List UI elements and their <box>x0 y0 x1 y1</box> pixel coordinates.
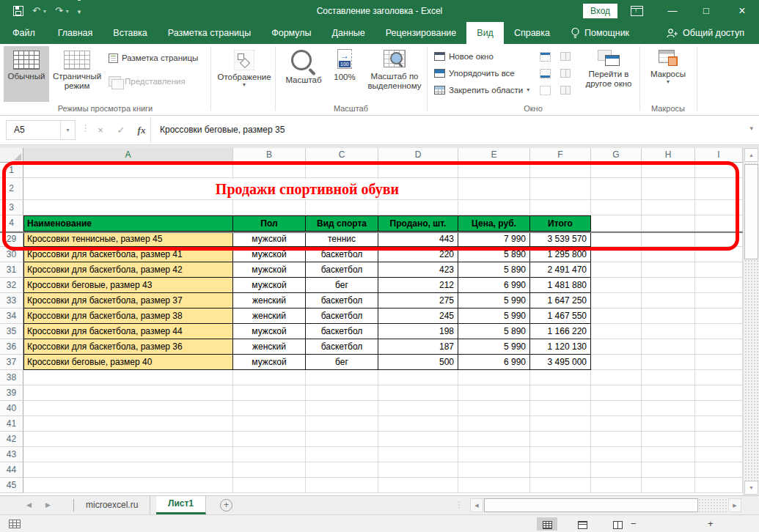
cell-I40[interactable] <box>695 401 743 416</box>
row-header-41[interactable]: 41 <box>0 416 23 432</box>
column-header-A[interactable]: A <box>23 148 233 163</box>
ribbon-display-options-icon[interactable] <box>631 6 643 16</box>
cell-H33[interactable] <box>642 293 695 309</box>
row-header-33[interactable]: 33 <box>0 293 23 309</box>
cell-D42[interactable] <box>378 432 458 447</box>
zoom-to-selection-button[interactable]: Масштаб по выделенному <box>363 46 426 102</box>
cell-D30[interactable]: 220 <box>378 247 458 262</box>
cell-F42[interactable] <box>530 432 591 447</box>
macro-record-icon[interactable] <box>9 520 21 528</box>
cell-I31[interactable] <box>695 262 743 278</box>
cell-F29[interactable]: 3 539 570 <box>530 232 591 247</box>
zoom-100-button[interactable]: 100 100% <box>328 46 362 102</box>
cell-F45[interactable] <box>530 478 591 493</box>
cell-H2[interactable] <box>642 178 695 200</box>
cell-H32[interactable] <box>642 278 695 293</box>
cell-B44[interactable] <box>233 462 306 478</box>
cell-F43[interactable] <box>530 447 591 462</box>
macros-button[interactable]: Макросы ▾ <box>644 46 692 102</box>
cell-I36[interactable] <box>695 339 743 355</box>
row-header-31[interactable]: 31 <box>0 262 23 278</box>
row-header-43[interactable]: 43 <box>0 447 23 462</box>
cell-F33[interactable]: 1 647 250 <box>530 293 591 309</box>
cell-E29[interactable]: 7 990 <box>458 232 530 247</box>
scroll-left-icon[interactable]: ◀ <box>470 498 483 512</box>
cell-B4[interactable]: Пол <box>233 215 306 232</box>
cell-B34[interactable]: женский <box>233 309 306 324</box>
cell-F44[interactable] <box>530 462 591 478</box>
sheet-tab-microexcel[interactable]: microexcel.ru <box>74 496 150 514</box>
share-button[interactable]: Общий доступ <box>651 22 759 44</box>
cell-F34[interactable]: 1 467 550 <box>530 309 591 324</box>
zoom-out-icon[interactable]: − <box>631 518 637 530</box>
cell-B35[interactable]: мужской <box>233 324 306 339</box>
insert-function-icon[interactable]: fx <box>132 120 151 140</box>
select-all-corner[interactable] <box>0 148 23 163</box>
cell-D37[interactable]: 500 <box>378 355 458 370</box>
cell-A32[interactable]: Кроссовки беговые, размер 43 <box>23 278 233 293</box>
cell-G35[interactable] <box>591 324 642 339</box>
freeze-panes-button[interactable]: Закрепить области ▾ <box>434 84 529 97</box>
cell-C37[interactable]: бег <box>306 355 378 370</box>
column-header-D[interactable]: D <box>378 148 458 163</box>
cell-G29[interactable] <box>591 232 642 247</box>
cell-C36[interactable]: баскетбол <box>306 339 378 355</box>
row-header-35[interactable]: 35 <box>0 324 23 339</box>
cell-E2[interactable] <box>458 178 530 200</box>
cell-D35[interactable]: 198 <box>378 324 458 339</box>
cell-G38[interactable] <box>591 370 642 385</box>
normal-view-button[interactable]: Обычный <box>4 46 49 102</box>
cell-E39[interactable] <box>458 385 530 401</box>
zoom-button[interactable]: Масштаб <box>281 46 326 102</box>
row-header-42[interactable]: 42 <box>0 432 23 447</box>
cell-I33[interactable] <box>695 293 743 309</box>
cell-I2[interactable] <box>695 178 743 200</box>
cell-I35[interactable] <box>695 324 743 339</box>
cell-I38[interactable] <box>695 370 743 385</box>
status-page-break-button[interactable] <box>607 517 628 531</box>
hide-window-button[interactable] <box>540 67 551 80</box>
cell-C4[interactable]: Вид спорта <box>306 215 378 232</box>
cell-D45[interactable] <box>378 478 458 493</box>
cell-E37[interactable]: 6 990 <box>458 355 530 370</box>
row-header-37[interactable]: 37 <box>0 355 23 370</box>
cell-D29[interactable]: 443 <box>378 232 458 247</box>
cell-D36[interactable]: 187 <box>378 339 458 355</box>
cell-C44[interactable] <box>306 462 378 478</box>
cell-A36[interactable]: Кроссовки для баскетбола, размер 36 <box>23 339 233 355</box>
cell-D3[interactable] <box>378 200 458 215</box>
cell-I30[interactable] <box>695 247 743 262</box>
cell-A4[interactable]: Наименование <box>23 215 233 232</box>
cell-C45[interactable] <box>306 478 378 493</box>
minimize-button[interactable]: — <box>660 0 685 22</box>
cell-A29[interactable]: Кроссовки теннисные, размер 45 <box>23 232 233 247</box>
cell-H40[interactable] <box>642 401 695 416</box>
cell-E1[interactable] <box>458 163 530 178</box>
cell-B42[interactable] <box>233 432 306 447</box>
cell-C39[interactable] <box>306 385 378 401</box>
cell-D1[interactable] <box>378 163 458 178</box>
cell-F36[interactable]: 1 120 130 <box>530 339 591 355</box>
cell-I42[interactable] <box>695 432 743 447</box>
cell-E34[interactable]: 5 990 <box>458 309 530 324</box>
column-header-B[interactable]: B <box>233 148 306 163</box>
cell-G36[interactable] <box>591 339 642 355</box>
cell-E41[interactable] <box>458 416 530 432</box>
show-dropdown-button[interactable]: Отображение ▾ <box>219 46 270 102</box>
cell-C31[interactable]: баскетбол <box>306 262 378 278</box>
cell-B38[interactable] <box>233 370 306 385</box>
cell-E38[interactable] <box>458 370 530 385</box>
row-header-29[interactable]: 29 <box>0 232 23 247</box>
cell-C1[interactable] <box>306 163 378 178</box>
cell-G40[interactable] <box>591 401 642 416</box>
cell-H38[interactable] <box>642 370 695 385</box>
row-header-40[interactable]: 40 <box>0 401 23 416</box>
cell-H1[interactable] <box>642 163 695 178</box>
cell-B39[interactable] <box>233 385 306 401</box>
cell-B37[interactable]: мужской <box>233 355 306 370</box>
cell-B33[interactable]: женский <box>233 293 306 309</box>
cell-A40[interactable] <box>23 401 233 416</box>
zoom-in-icon[interactable]: + <box>708 518 714 530</box>
column-header-C[interactable]: C <box>306 148 378 163</box>
tab-help[interactable]: Справка <box>504 22 560 44</box>
